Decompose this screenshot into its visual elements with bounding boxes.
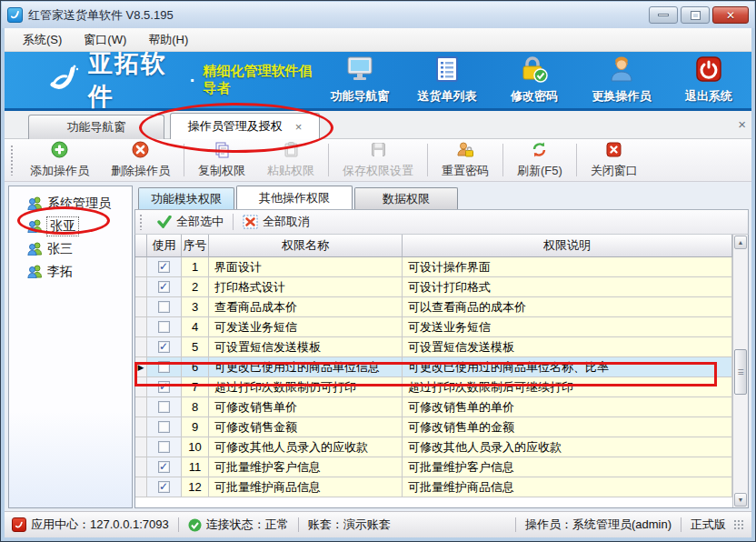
delivery-list-button[interactable]: 送货单列表 [410,55,484,105]
scroll-down-icon[interactable]: ▼ [734,493,747,507]
permission-name-cell: 可更改已使用过的商品单位信息 [209,357,403,377]
permission-checkbox[interactable] [158,361,170,373]
tab-module-permissions[interactable]: 功能模块权限 [138,187,234,209]
use-cell[interactable] [147,397,182,417]
use-cell[interactable] [147,297,182,317]
copy-permission-button[interactable]: 复制权限 [187,139,256,181]
toolbar-button-label: 重置密码 [442,163,489,179]
deselect-all-button[interactable]: 全部取消 [234,214,319,230]
permission-row[interactable]: ▶ 6 可更改已使用过的商品单位信息 可更改已使用过的商品单位名称、比率 [135,357,732,377]
seq-cell: 7 [182,377,209,397]
tab-nav-window[interactable]: 功能导航窗 [28,115,164,139]
use-cell[interactable] [147,417,182,437]
use-cell[interactable] [147,457,182,477]
permission-row[interactable]: ▶ 7 超过打印次数限制仍可打印 超过打印次数限制后可继续打印 [135,377,732,397]
scrollbar-thumb[interactable]: ☰ [734,349,747,395]
permission-checkbox[interactable] [158,301,170,313]
refresh-button[interactable]: 刷新(F5) [506,139,573,181]
use-cell[interactable] [147,377,182,397]
close-button[interactable]: ✕ [712,6,749,24]
operator-tree-item[interactable]: 系统管理员 [9,192,132,215]
permission-checkbox[interactable] [158,381,170,393]
operator-tree-item[interactable]: 李拓 [9,260,132,283]
row-indicator-cell: ▶ [135,337,147,357]
seq-cell: 4 [182,317,209,337]
use-cell[interactable] [147,257,182,277]
restore-button[interactable] [681,6,710,24]
operator-tree-item[interactable]: 张亚 [9,215,132,237]
switch-operator-button[interactable]: 更换操作员 [584,55,659,105]
tab-operator-management[interactable]: 操作员管理及授权 × [170,113,320,139]
permission-checkbox[interactable] [158,441,170,453]
permission-row[interactable]: ▶ 1 界面设计 可设计操作界面 [135,257,732,277]
row-indicator-cell: ▶ [135,317,147,337]
permission-row[interactable]: ▶ 8 可修改销售单价 可修改销售单的单价 [135,397,732,417]
header-name[interactable]: 权限名称 [209,235,403,257]
permission-name-cell: 查看商品成本价 [209,297,403,317]
banner-button-label: 送货单列表 [418,88,477,105]
vertical-scrollbar[interactable]: ▲ ☰ ▼ [732,235,748,507]
tab-other-permissions[interactable]: 其他操作权限 [236,186,353,209]
exit-system-button[interactable]: 退出系统 [671,55,746,105]
permission-checkbox[interactable] [158,401,170,413]
permission-row[interactable]: ▶ 12 可批量维护商品信息 可批量维护商品信息 [135,477,732,497]
close-window-button[interactable]: 关闭窗口 [580,139,649,181]
permission-checkbox[interactable] [158,341,170,353]
row-indicator-cell: ▶ [135,357,147,377]
deselect-all-label: 全部取消 [263,214,310,230]
use-cell[interactable] [147,437,182,457]
permission-checkbox[interactable] [158,481,170,493]
header-desc[interactable]: 权限说明 [403,235,732,257]
permission-row[interactable]: ▶ 2 打印格式设计 可设计打印格式 [135,277,732,297]
seq-cell: 8 [182,397,209,417]
app-logo-icon [7,7,23,23]
tab-close-icon[interactable]: × [295,120,303,134]
permission-row[interactable]: ▶ 3 查看商品成本价 可以查看商品的成本价 [135,297,732,317]
header-use[interactable]: 使用 [147,235,182,257]
toolbar-button-label: 关闭窗口 [591,163,638,179]
add-operator-button[interactable]: 添加操作员 [19,139,100,181]
use-cell[interactable] [147,357,182,377]
status-separator [515,517,516,532]
permission-row[interactable]: ▶ 4 可发送业务短信 可发送业务短信 [135,317,732,337]
permission-row[interactable]: ▶ 10 可修改其他人员录入的应收款 可修改其他人员录入的应收款 [135,437,732,457]
header-seq[interactable]: 序号 [182,235,209,257]
scroll-up-icon[interactable]: ▲ [734,236,747,249]
operator-tree-item[interactable]: 张三 [9,237,132,260]
tab-data-permissions[interactable]: 数据权限 [354,187,458,209]
resize-grip[interactable] [733,519,744,530]
permission-row[interactable]: ▶ 11 可批量维护客户信息 可批量维护客户信息 [135,457,732,477]
use-cell[interactable] [147,277,182,297]
minimize-button[interactable] [649,6,678,24]
permission-desc-cell: 可发送业务短信 [403,317,732,337]
banner-button-label: 退出系统 [685,88,732,105]
delete-operator-button[interactable]: 删除操作员 [100,139,181,181]
toolbar-separator [502,144,503,176]
permission-checkbox[interactable] [158,261,170,273]
use-cell[interactable] [147,337,182,357]
permission-desc-cell: 可设置短信发送模板 [403,337,732,357]
use-cell[interactable] [147,477,182,497]
paste-permission-button[interactable]: 粘贴权限 [256,139,325,181]
permission-row[interactable]: ▶ 9 可修改销售金额 可修改销售单的金额 [135,417,732,437]
permission-checkbox[interactable] [158,461,170,473]
change-password-button[interactable]: 修改密码 [497,55,572,105]
reset-password-button[interactable]: 重置密码 [431,139,500,181]
row-indicator-cell: ▶ [135,437,147,457]
uncheck-icon [243,215,258,229]
select-all-button[interactable]: 全部选中 [148,214,233,230]
permission-desc-cell: 可设计打印格式 [403,277,732,297]
permission-checkbox[interactable] [158,321,170,333]
save-permission-button[interactable]: 保存权限设置 [332,139,424,181]
permission-name-cell: 界面设计 [209,257,403,277]
nav-window-button[interactable]: 功能导航窗 [323,55,397,105]
permission-checkbox[interactable] [158,421,170,433]
strip-close-icon[interactable]: × [738,116,746,132]
tab-label: 操作员管理及授权 [188,118,283,135]
main-area: 系统管理员 张亚 张三 李拓 功能模块权限 其他操作权限 数据权限 [5,182,751,511]
permission-checkbox[interactable] [158,281,170,293]
permission-desc-cell: 可更改已使用过的商品单位名称、比率 [403,357,732,377]
permission-row[interactable]: ▶ 5 可设置短信发送模板 可设置短信发送模板 [135,337,732,357]
use-cell[interactable] [147,317,182,337]
operator-toolbar: 添加操作员 删除操作员 复制权限 粘贴权限 保存权限设置 重置密码 刷新(F5) [5,139,751,182]
